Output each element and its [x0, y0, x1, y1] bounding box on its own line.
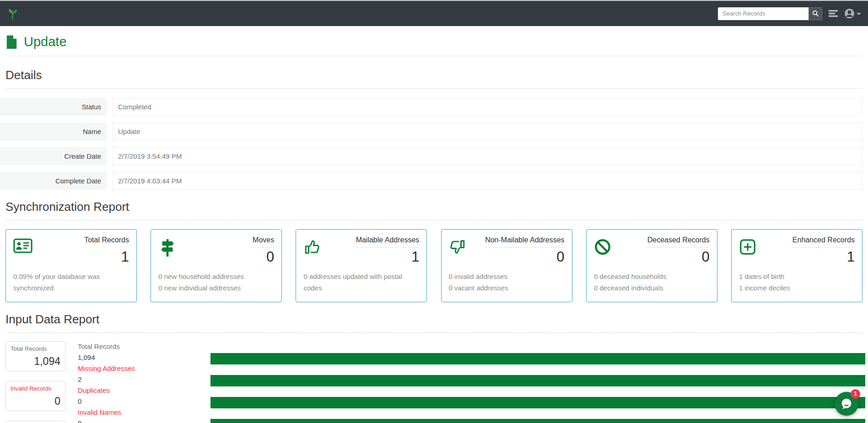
- legend-value: 2: [78, 374, 210, 385]
- summary-value: 1,094: [11, 355, 60, 368]
- card-value: 0: [253, 250, 274, 265]
- legend-label: Invalid Names: [78, 407, 210, 418]
- legend-value: 1,094: [78, 352, 210, 363]
- card-value: 1: [793, 250, 855, 265]
- green-bar-invalid-names: [210, 419, 865, 423]
- summary-cards: Total Records 1,094 Invalid Records 0 Va…: [5, 341, 65, 423]
- input-bars-chart: [210, 353, 865, 423]
- card-title: Enhanced Records: [793, 236, 855, 248]
- card-description: 0 new household addresses 0 new individu…: [158, 271, 274, 294]
- user-menu[interactable]: [844, 8, 861, 19]
- detail-label: Name: [0, 123, 107, 140]
- card-value: 0: [647, 250, 710, 265]
- file-icon: [5, 35, 18, 49]
- details-rows: Status Completed Name Update Create Date…: [0, 98, 868, 190]
- user-icon: [844, 8, 855, 19]
- summary-value: 0: [11, 395, 60, 407]
- card-description: 0 invalid addresses 0 vacant addresses: [449, 271, 565, 294]
- detail-row-status: Status Completed: [0, 98, 868, 116]
- sync-card-moves: Moves 0 0 new household addresses 0 new …: [151, 229, 282, 302]
- signpost-icon: [158, 238, 177, 259]
- list-icon[interactable]: [827, 8, 840, 19]
- card-description: 0 deceased households 0 deceased individ…: [594, 271, 710, 294]
- chat-notification-badge: 1: [851, 389, 860, 399]
- search-group: [718, 7, 822, 20]
- details-heading: Details: [5, 68, 863, 89]
- ban-icon: [594, 238, 611, 257]
- search-icon: [812, 10, 819, 17]
- legend-label: Total Records: [78, 341, 210, 352]
- caret-down-icon: [857, 13, 861, 15]
- detail-value: Completed: [112, 98, 863, 116]
- detail-label: Create Date: [0, 147, 107, 165]
- detail-row-complete-date: Complete Date 2/7/2019 4:03:44 PM: [0, 172, 868, 190]
- sync-card-non-mailable: Non-Mailable Addresses 0 0 invalid addre…: [441, 229, 572, 302]
- detail-label: Complete Date: [0, 172, 107, 190]
- plus-square-icon: [739, 238, 756, 257]
- card-description: 1 dates of birth 1 income deciles: [739, 271, 855, 294]
- card-description: 0 addresses updated with postal codes: [303, 271, 419, 294]
- detail-value: 2/7/2019 4:03:44 PM: [112, 172, 863, 190]
- page-title: Update: [24, 34, 67, 49]
- legend-value: 0: [78, 396, 210, 407]
- summary-label: Total Records: [11, 345, 60, 352]
- summary-card-valid: Valid Records: [5, 421, 65, 423]
- chat-widget-button[interactable]: 1: [835, 392, 858, 416]
- input-report-body: Total Records 1,094 Invalid Records 0 Va…: [5, 341, 863, 423]
- green-bar-missing-addresses: [210, 375, 865, 386]
- summary-card-invalid: Invalid Records 0: [5, 381, 65, 411]
- sync-card-total-records: Total Records 1 0.09% of your database w…: [5, 229, 137, 302]
- page-title-row: Update: [5, 26, 863, 56]
- legend-label: Duplicates: [78, 385, 210, 396]
- detail-value: Update: [112, 123, 863, 140]
- sync-card-mailable: Mailable Addresses 1 0 addresses updated…: [296, 229, 427, 302]
- card-title: Moves: [253, 236, 274, 248]
- detail-row-name: Name Update: [0, 123, 868, 140]
- sync-card-enhanced: Enhanced Records 1 1 dates of birth 1 in…: [731, 229, 863, 302]
- sync-report-cards: Total Records 1 0.09% of your database w…: [5, 229, 863, 302]
- top-navbar: [0, 1, 868, 26]
- card-description: 0.09% of your database was synchronized: [13, 271, 129, 294]
- card-value: 1: [356, 250, 420, 265]
- detail-value: 2/7/2019 3:54:49 PM: [112, 147, 863, 165]
- legend-label: Missing Addresses: [78, 363, 210, 374]
- thumbs-down-icon: [449, 238, 466, 257]
- summary-label: Invalid Records: [11, 385, 60, 392]
- sync-card-deceased: Deceased Records 0 0 deceased households…: [586, 229, 717, 302]
- card-title: Non-Mailable Addresses: [485, 236, 564, 248]
- card-title: Deceased Records: [647, 236, 710, 248]
- id-card-icon: [13, 238, 32, 255]
- input-report-heading: Input Data Report: [5, 312, 863, 333]
- search-button[interactable]: [809, 7, 822, 20]
- thumbs-up-icon: [303, 238, 321, 257]
- chart-legend: Total Records 1,094 Missing Addresses 2 …: [78, 341, 210, 423]
- card-title: Mailable Addresses: [356, 236, 420, 248]
- sprout-icon[interactable]: [7, 7, 19, 20]
- detail-label: Status: [0, 98, 107, 116]
- green-bar-total-records: [210, 353, 865, 364]
- legend-value: 0: [78, 418, 210, 423]
- summary-card-total: Total Records 1,094: [5, 341, 65, 371]
- card-value: 1: [84, 250, 129, 265]
- detail-row-create-date: Create Date 2/7/2019 3:54:49 PM: [0, 147, 868, 165]
- search-input[interactable]: [718, 7, 809, 20]
- card-value: 0: [485, 250, 564, 265]
- green-bar-duplicates: [210, 397, 865, 408]
- card-title: Total Records: [84, 236, 129, 248]
- sync-report-heading: Synchronization Report: [5, 200, 863, 220]
